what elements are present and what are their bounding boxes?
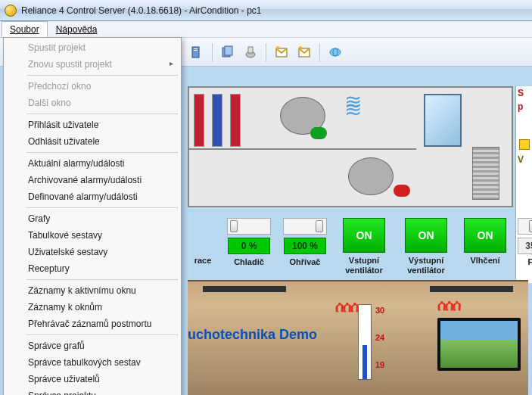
- side-label: p: [516, 100, 532, 114]
- window-title: Reliance 4 Control Server (4.0.18.6618) …: [21, 5, 262, 16]
- menu-alarms-defined[interactable]: Definované alarmy/události: [5, 188, 179, 205]
- humid-label: Vlhčení: [470, 256, 499, 266]
- cooler-value: 0 %: [228, 238, 270, 254]
- menu-recipes[interactable]: Receptury: [5, 260, 179, 277]
- heater-coil-icon: [230, 94, 241, 147]
- heat-wave-icon: ሰሰሰ: [335, 298, 358, 316]
- indicator-icon: [519, 139, 530, 150]
- menu-run-project[interactable]: Spustit projekt: [5, 39, 179, 56]
- file-menu-dropdown: Spustit projekt Znovu spustit projekt Př…: [3, 37, 182, 395]
- motor-icon: [310, 127, 327, 139]
- menu-separator: [26, 114, 178, 114]
- cooler-slider[interactable]: [227, 218, 271, 235]
- thermo-tick: 19: [375, 360, 384, 369]
- menu-prev-window[interactable]: Předchozí okno: [5, 78, 179, 95]
- filter-icon: [472, 147, 499, 200]
- fan-out-button[interactable]: ON: [405, 218, 447, 253]
- menu-user-manager[interactable]: Správce uživatelů: [5, 371, 179, 387]
- menu-project-manager[interactable]: Správce projektu: [5, 387, 179, 395]
- menu-table-manager[interactable]: Správce tabulkových sestav: [5, 354, 179, 371]
- thermo-tick: 30: [375, 306, 384, 315]
- room-scene: ሰሰሰ ሰሰሰ uchotechnika Demo 30 24 19: [188, 280, 528, 395]
- menu-rerun-project[interactable]: Znovu spustit projekt: [5, 56, 179, 73]
- heater-label: Ohřívač: [290, 257, 321, 267]
- thermo-tick: 24: [375, 333, 384, 342]
- fan-out-label: Výstupní ventilátor: [407, 256, 445, 275]
- toolbar-btn-5[interactable]: [295, 43, 313, 61]
- menu-user-reports[interactable]: Uživatelské sestavy: [5, 244, 179, 260]
- thermometer-icon: [358, 304, 372, 380]
- svg-point-11: [330, 48, 341, 56]
- fan-in-button[interactable]: ON: [343, 218, 385, 253]
- toolbar-btn-1[interactable]: [188, 43, 206, 61]
- control-label: race: [194, 256, 212, 266]
- controls-row: race 0 % Chladič 100 % Ohřívač ON Vstupn…: [188, 218, 532, 275]
- menu-separator: [26, 334, 178, 335]
- menu-help[interactable]: Nápověda: [48, 21, 106, 37]
- window-titlebar: Reliance 4 Control Server (4.0.18.6618) …: [0, 0, 532, 21]
- heater-slider[interactable]: [283, 218, 327, 235]
- menu-separator: [26, 152, 178, 153]
- svg-point-10: [299, 46, 302, 49]
- hvac-unit-diagram: ≋≋: [188, 86, 513, 207]
- tv-screen-icon: [437, 318, 521, 371]
- menu-separator: [26, 75, 178, 76]
- toolbar-btn-2[interactable]: [219, 43, 237, 61]
- menu-next-window[interactable]: Další okno: [5, 95, 179, 111]
- cooler-label: Chladič: [234, 257, 264, 267]
- filter-slider[interactable]: [518, 218, 532, 235]
- ceiling-vent-icon: [203, 286, 286, 292]
- side-label: S: [516, 86, 532, 100]
- menu-records-active[interactable]: Záznamy k aktivnímu oknu: [5, 282, 179, 299]
- app-icon: [5, 5, 17, 17]
- filter-value: 35 %: [518, 238, 532, 254]
- menu-table-reports[interactable]: Tabulkové sestavy: [5, 227, 179, 244]
- filter-label: Filtr: [528, 257, 532, 267]
- toolbar-btn-4[interactable]: [272, 43, 291, 61]
- toolbar-btn-6[interactable]: [326, 43, 344, 61]
- menubar: Soubor Nápověda: [0, 21, 532, 38]
- menu-login[interactable]: Přihlásit uživatele: [5, 117, 179, 133]
- menu-logout[interactable]: Odhlásit uživatele: [5, 133, 179, 150]
- svg-rect-4: [225, 46, 232, 55]
- humid-button[interactable]: ON: [464, 218, 506, 253]
- toolbar-btn-3[interactable]: [241, 43, 260, 61]
- menu-postmortem-player[interactable]: Přehrávač záznamů postmortu: [5, 316, 179, 332]
- window-icon: [424, 94, 462, 147]
- side-label: V: [516, 153, 532, 166]
- demo-banner: uchotechnika Demo: [188, 327, 317, 343]
- duct-divider: [189, 148, 416, 150]
- menu-separator: [26, 207, 178, 208]
- heater-value: 100 %: [284, 238, 326, 254]
- menu-graphs[interactable]: Grafy: [5, 210, 179, 227]
- menu-alarms-archived[interactable]: Archivované alarmy/události: [5, 172, 179, 188]
- heat-wave-icon: ሰሰሰ: [437, 297, 460, 314]
- svg-rect-2: [194, 50, 198, 51]
- svg-rect-1: [194, 48, 198, 49]
- menu-graph-manager[interactable]: Správce grafů: [5, 337, 179, 354]
- menu-file[interactable]: Soubor: [2, 21, 48, 37]
- menu-records-windows[interactable]: Záznamy k oknům: [5, 299, 179, 316]
- ceiling-vent-icon: [430, 286, 513, 292]
- svg-point-8: [276, 46, 279, 49]
- fan-drum-icon: [348, 157, 394, 195]
- heater-coil-icon: [194, 94, 204, 147]
- cooler-coil-icon: [212, 94, 222, 147]
- fan-in-label: Vstupní ventilátor: [345, 256, 383, 275]
- airflow-icon: ≋≋: [344, 98, 362, 114]
- svg-rect-6: [248, 47, 253, 53]
- menu-alarms-current[interactable]: Aktuální alarmy/události: [5, 155, 179, 172]
- menu-separator: [26, 279, 178, 280]
- motor-icon: [394, 185, 410, 197]
